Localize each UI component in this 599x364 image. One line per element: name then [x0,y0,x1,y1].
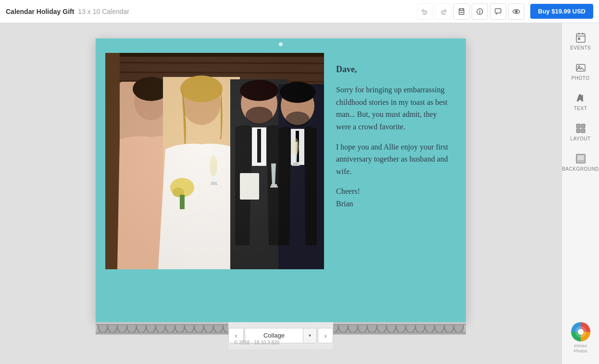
text-icon: A I [575,92,587,104]
letter-paragraph-1: Sorry for bringing up embarrassing child… [336,84,451,133]
buy-button[interactable]: Buy $19.99 USD [530,4,593,19]
svg-point-69 [578,329,584,335]
calendar-page[interactable]: Dave, Sorry for bringing up embarrassing… [96,38,466,322]
next-page-button[interactable]: › [318,328,333,343]
svg-rect-2 [495,9,501,13]
svg-point-4 [515,11,517,13]
bottom-nav: © 2018 - 18.10.3.820 ‹ Collage ▾ › [228,322,333,349]
page-label: Collage [245,332,303,339]
sidebar-item-layout[interactable]: LAYOUT [564,118,598,146]
text-label: TEXT [574,106,587,111]
app-title: Calendar Holiday Gift [6,8,74,15]
letter-text-area: Dave, Sorry for bringing up embarrassing… [334,48,456,313]
mimeo-logo-svg [570,321,591,342]
background-label: BACKGROUND [562,166,599,172]
main-area: Dave, Sorry for bringing up embarrassing… [0,23,599,364]
save-button[interactable] [453,3,470,20]
layout-icon [575,123,587,134]
calendar-icon [575,32,587,43]
letter-greeting: Dave, [336,63,451,76]
sidebar-item-events[interactable]: EVENTS [564,27,598,55]
sidebar-item-background[interactable]: BACKGROUND [564,148,598,176]
svg-rect-52 [576,34,585,42]
wedding-photo [105,53,324,269]
background-icon [575,153,587,164]
info-button[interactable] [472,3,488,20]
letter-paragraph-2: I hope you and Allie enjoy your first an… [336,141,451,178]
header: Calendar Holiday Gift 13 x 10 Calendar B… [0,0,599,23]
letter-closing-cheers: Cheers! [336,185,451,198]
mimeo-logo: mimeo Photos [568,315,593,360]
letter-content: Dave, Sorry for bringing up embarrassing… [336,53,451,210]
svg-rect-64 [581,129,585,133]
svg-point-58 [578,66,580,68]
comment-button[interactable] [490,3,506,20]
preview-button[interactable] [508,3,524,20]
header-left: Calendar Holiday Gift 13 x 10 Calendar [6,8,129,15]
letter-closing: Cheers! Brian [336,185,451,210]
center-dot-indicator [279,42,283,46]
letter-closing-name: Brian [336,198,451,210]
svg-rect-62 [581,124,585,128]
undo-button[interactable] [417,3,433,20]
svg-rect-63 [576,129,580,133]
mimeo-logo-circle [570,321,591,342]
events-label: EVENTS [570,45,591,50]
layout-label: LAYOUT [570,136,590,141]
svg-rect-49 [105,53,324,269]
svg-rect-61 [576,124,580,128]
right-sidebar: EVENTS PHOTO A I TEXT [562,23,599,364]
page-content: Dave, Sorry for bringing up embarrassing… [96,38,466,322]
copyright: © 2018 - 18.10.3.820 [234,340,279,345]
svg-text:I: I [582,95,583,100]
photo-label: PHOTO [572,75,590,81]
page-dropdown-button[interactable]: ▾ [303,328,316,343]
sidebar-item-text[interactable]: A I TEXT [564,88,598,116]
header-tools: Buy $19.99 USD [417,3,593,20]
sidebar-item-photo[interactable]: PHOTO [564,57,598,86]
app-subtitle: 13 x 10 Calendar [78,8,129,15]
redo-button[interactable] [435,3,451,20]
photo-container[interactable] [105,53,324,269]
canvas-area: Dave, Sorry for bringing up embarrassing… [0,23,562,364]
svg-rect-56 [578,38,580,39]
photo-icon [575,62,587,74]
mimeo-name: mimeo Photos [574,343,587,354]
